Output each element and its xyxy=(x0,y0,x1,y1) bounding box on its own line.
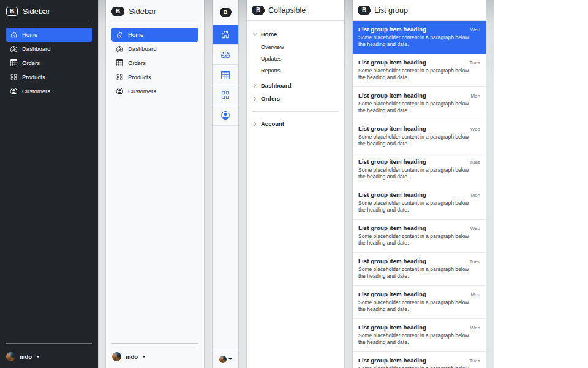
list-item-body: Some placeholder content in a paragraph … xyxy=(358,200,470,213)
list-group-panel: B List group List group item heading Wed… xyxy=(353,0,486,368)
list-group-item[interactable]: List group item heading Tues Some placeh… xyxy=(353,153,486,186)
list-group-item[interactable]: List group item heading Mon Some placeho… xyxy=(353,186,486,220)
sidebar-nav-item[interactable]: Orders xyxy=(111,56,198,70)
collapsible-section-toggle[interactable]: Orders xyxy=(252,92,280,105)
brand-link[interactable]: B xyxy=(213,0,238,25)
list-group-item[interactable]: List group item heading Wed Some placeho… xyxy=(353,120,486,153)
avatar xyxy=(112,352,121,361)
avatar xyxy=(6,352,15,361)
list-item-heading: List group item heading xyxy=(358,158,426,165)
brand-link[interactable]: B Collapsible xyxy=(247,0,344,21)
list-item-heading: List group item heading xyxy=(358,291,426,297)
list-item-heading: List group item heading xyxy=(358,59,426,66)
list-group-item[interactable]: List group item heading Wed Some placeho… xyxy=(353,21,486,54)
list-group: List group item heading Wed Some placeho… xyxy=(353,21,486,368)
list-item-day: Wed xyxy=(470,126,480,132)
sidebar-light: B Sidebar Home Dashboard Orders Products… xyxy=(106,0,204,368)
user-menu[interactable] xyxy=(213,350,238,368)
list-item-day: Tues xyxy=(470,358,481,364)
sidebar-nav: Home Dashboard Orders Products Customers xyxy=(6,28,92,98)
sidebar-nav-item[interactable]: Customers xyxy=(111,84,198,98)
brand-title: List group xyxy=(374,6,408,15)
sidebar-nav-item[interactable]: Dashboard xyxy=(6,42,92,56)
grid-icon xyxy=(116,74,123,80)
table-icon xyxy=(116,59,123,66)
sidebar-nav-item[interactable]: Dashboard xyxy=(111,42,198,56)
speedometer-icon xyxy=(10,45,17,52)
user-menu[interactable]: mdo xyxy=(111,348,198,362)
brand-link[interactable]: B Sidebar xyxy=(6,5,92,21)
list-item-day: Wed xyxy=(470,325,480,331)
sidebar-divider xyxy=(6,343,92,344)
list-item-heading: List group item heading xyxy=(358,357,426,364)
list-item-body: Some placeholder content in a paragraph … xyxy=(358,67,470,81)
sidebar-nav-item[interactable]: Customers xyxy=(6,84,92,98)
user-menu[interactable]: mdo xyxy=(6,348,92,362)
sidebar-icon-item[interactable] xyxy=(213,45,238,65)
sidebar-nav-item[interactable]: Products xyxy=(111,70,198,84)
sidebar-icon-item[interactable] xyxy=(213,65,238,85)
speedometer-icon xyxy=(116,45,123,52)
list-group-item[interactable]: List group item heading Wed Some placeho… xyxy=(353,220,486,253)
list-item-day: Tues xyxy=(470,259,481,264)
collapsible-section-toggle[interactable]: Home xyxy=(252,28,277,40)
sidebar-dark: B Sidebar Home Dashboard Orders Products… xyxy=(0,0,98,368)
list-item-heading: List group item heading xyxy=(358,125,426,132)
collapsible-child-link[interactable]: Reports xyxy=(261,64,339,76)
collapsible-child-link[interactable]: Updates xyxy=(261,53,339,64)
list-item-day: Mon xyxy=(470,292,480,297)
brand-title: Sidebar xyxy=(23,7,50,16)
sidebar-nav-item[interactable]: Home xyxy=(6,28,92,42)
section-divider xyxy=(252,111,339,112)
house-icon xyxy=(10,31,17,38)
list-item-day: Wed xyxy=(470,226,480,231)
list-group-item[interactable]: List group item heading Mon Some placeho… xyxy=(353,87,486,120)
list-item-day: Wed xyxy=(470,27,480,33)
bootstrap-logo-icon: B xyxy=(252,6,264,15)
bootstrap-logo-icon: B xyxy=(6,7,18,16)
panel-divider xyxy=(204,0,213,368)
bootstrap-logo-icon: B xyxy=(112,7,124,16)
sidebar-nav: Home Dashboard Orders Products Customers xyxy=(111,28,198,98)
list-group-item[interactable]: List group item heading Mon Some placeho… xyxy=(353,286,486,319)
collapsible-child-link[interactable]: Overview xyxy=(261,41,339,53)
caret-down-icon xyxy=(228,358,232,362)
sidebar-nav-item[interactable]: Orders xyxy=(6,56,92,70)
list-group-item[interactable]: List group item heading Tues Some placeh… xyxy=(353,352,486,368)
panel-divider xyxy=(238,0,247,368)
brand-link[interactable]: B Sidebar xyxy=(111,5,198,21)
list-item-heading: List group item heading xyxy=(358,258,426,264)
collapsible-section-toggle[interactable]: Account xyxy=(252,117,284,130)
sidebar-divider xyxy=(111,343,198,344)
sidebar-icon-item[interactable] xyxy=(213,105,238,126)
sidebar-nav-item[interactable]: Products xyxy=(6,70,92,84)
user-name: mdo xyxy=(20,353,32,360)
user-name: mdo xyxy=(126,353,138,360)
sidebar-divider xyxy=(6,23,92,23)
sidebar-icon-item[interactable] xyxy=(213,85,238,105)
collapsible-section: Account xyxy=(252,117,339,130)
table-icon xyxy=(10,59,17,66)
house-icon xyxy=(116,31,123,38)
list-group-item[interactable]: List group item heading Tues Some placeh… xyxy=(353,54,486,87)
collapsible-nav: Home OverviewUpdatesReports Dashboard Or… xyxy=(247,21,344,137)
brand-link[interactable]: B List group xyxy=(353,0,486,21)
sidebar-nav-item[interactable]: Home xyxy=(111,28,198,42)
chevron-right-icon xyxy=(252,83,257,88)
sidebar-collapsible: B Collapsible Home OverviewUpdatesReport… xyxy=(247,0,344,368)
bootstrap-logo-icon: B xyxy=(358,6,370,15)
list-item-day: Tues xyxy=(470,159,481,165)
brand-title: Sidebar xyxy=(129,7,156,16)
list-group-item[interactable]: List group item heading Wed Some placeho… xyxy=(353,319,486,352)
chevron-right-icon xyxy=(252,96,257,101)
collapsible-section-toggle[interactable]: Dashboard xyxy=(252,79,292,92)
list-item-body: Some placeholder content in a paragraph … xyxy=(358,233,470,247)
person-circle-icon xyxy=(221,111,230,120)
grid-icon xyxy=(221,91,230,99)
list-group-item[interactable]: List group item heading Tues Some placeh… xyxy=(353,253,486,286)
list-item-heading: List group item heading xyxy=(358,224,426,231)
person-circle-icon xyxy=(116,88,123,94)
list-item-body: Some placeholder content in a paragraph … xyxy=(358,299,470,313)
sidebar-icon-item[interactable] xyxy=(213,25,238,45)
brand-title: Collapsible xyxy=(268,6,306,15)
